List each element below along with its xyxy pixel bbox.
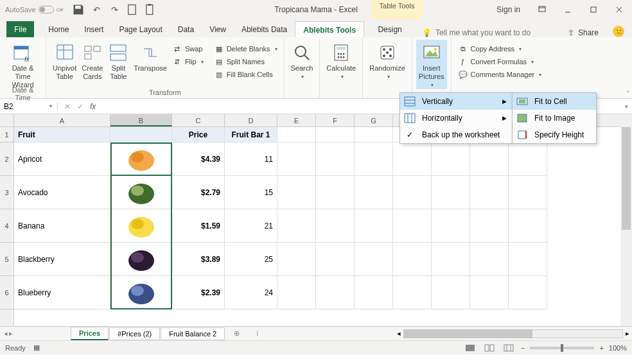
- cell[interactable]: [470, 276, 509, 309]
- cell[interactable]: Banana: [14, 209, 110, 243]
- menu-item-horizontally[interactable]: Horizontally▶: [400, 110, 512, 126]
- horizontal-scrollbar[interactable]: ◂ ▸: [394, 329, 632, 339]
- scroll-left-icon[interactable]: ◂: [394, 329, 403, 338]
- copy-address-button[interactable]: ⧉Copy Address: [455, 42, 550, 55]
- zoom-slider[interactable]: [530, 347, 594, 349]
- cell[interactable]: $3.89: [172, 243, 225, 276]
- menu-item-vertically[interactable]: Vertically▶: [400, 93, 512, 110]
- cell[interactable]: $4.39: [172, 143, 225, 176]
- cell[interactable]: [277, 243, 316, 276]
- cell[interactable]: [470, 143, 509, 176]
- cell[interactable]: [509, 243, 547, 276]
- row-header[interactable]: 2: [0, 143, 13, 176]
- cell[interactable]: Avocado: [14, 176, 110, 209]
- spreadsheet-grid[interactable]: ABCDEFGHIJK 123456 FruitPriceFruit Bar 1…: [0, 114, 632, 326]
- cell[interactable]: [509, 176, 547, 209]
- cell[interactable]: 21: [225, 209, 277, 243]
- tell-me-search[interactable]: 💡 Tell me what you want to do: [416, 28, 537, 37]
- cell[interactable]: [277, 143, 316, 176]
- menu-item-fit-cell[interactable]: Fit to Cell: [513, 93, 596, 110]
- cell[interactable]: [355, 243, 393, 276]
- cell[interactable]: 11: [225, 143, 277, 176]
- cell[interactable]: [470, 209, 509, 243]
- cell[interactable]: [509, 209, 547, 243]
- column-header[interactable]: C: [172, 114, 225, 126]
- row-header[interactable]: 1: [0, 127, 13, 143]
- paste-icon[interactable]: [144, 3, 157, 16]
- flip-button[interactable]: ⇵Flip: [170, 55, 206, 68]
- normal-view-icon[interactable]: [463, 342, 477, 354]
- next-sheet-icon[interactable]: ▸: [9, 329, 13, 338]
- create-cards-button[interactable]: Create Cards: [79, 40, 105, 86]
- cell[interactable]: [432, 143, 470, 176]
- insert-function-icon[interactable]: fx: [90, 102, 96, 111]
- cell[interactable]: $2.39: [172, 276, 225, 309]
- column-header[interactable]: D: [225, 114, 277, 126]
- add-sheet-button[interactable]: ⊕: [229, 328, 243, 340]
- vertical-scrollbar[interactable]: [620, 114, 632, 326]
- cell[interactable]: [432, 243, 470, 276]
- cell[interactable]: 25: [225, 243, 277, 276]
- row-header[interactable]: 4: [0, 209, 13, 243]
- cell[interactable]: [277, 127, 316, 143]
- cell[interactable]: [277, 276, 316, 309]
- split-table-button[interactable]: Split Table: [105, 40, 131, 86]
- cell[interactable]: [432, 176, 470, 209]
- randomize-button[interactable]: Randomize: [367, 40, 408, 86]
- cell[interactable]: Fruit: [14, 127, 110, 143]
- page-layout-view-icon[interactable]: [482, 342, 496, 354]
- share-button[interactable]: ⇪ Share: [561, 28, 605, 37]
- convert-formulas-button[interactable]: ƒConvert Formulas: [455, 55, 550, 68]
- cell[interactable]: [316, 243, 355, 276]
- cell[interactable]: [355, 143, 393, 176]
- tab-view[interactable]: View: [202, 21, 234, 37]
- cell[interactable]: [355, 176, 393, 209]
- split-names-button[interactable]: ▤Split Names: [211, 55, 280, 68]
- cell[interactable]: Blueberry: [14, 276, 110, 309]
- search-button[interactable]: Search: [288, 40, 316, 86]
- row-header[interactable]: 5: [0, 243, 13, 276]
- sheet-tab-prices2[interactable]: #Prices (2): [109, 327, 160, 340]
- scrollbar-thumb[interactable]: [622, 127, 631, 230]
- delete-blanks-button[interactable]: ▦Delete Blanks: [211, 42, 280, 55]
- save-icon[interactable]: [72, 3, 85, 16]
- first-sheet-icon[interactable]: ◂: [4, 329, 8, 338]
- cell[interactable]: [393, 209, 432, 243]
- date-time-wizard-button[interactable]: fx Date & Time Wizard: [4, 40, 42, 86]
- cell[interactable]: [316, 209, 355, 243]
- cancel-formula-icon[interactable]: ✕: [64, 102, 71, 111]
- new-file-icon[interactable]: [126, 3, 139, 16]
- select-all-corner[interactable]: [0, 114, 14, 126]
- ribbon-collapse-icon[interactable]: ˄: [626, 90, 629, 97]
- fill-blank-button[interactable]: ▥Fill Blank Cells: [211, 68, 280, 81]
- cell[interactable]: Apricot: [14, 143, 110, 176]
- insert-pictures-button[interactable]: Insert Pictures: [416, 40, 447, 89]
- fruit-image-cell[interactable]: [110, 209, 172, 243]
- row-header[interactable]: 3: [0, 176, 13, 209]
- cell[interactable]: [277, 209, 316, 243]
- tab-split-handle[interactable]: ⁞: [256, 329, 259, 338]
- cell[interactable]: [432, 209, 470, 243]
- cell[interactable]: [470, 243, 509, 276]
- sign-in-link[interactable]: Sign in: [487, 5, 529, 14]
- feedback-smiley-icon[interactable]: 🙂: [613, 26, 624, 37]
- cell[interactable]: [316, 176, 355, 209]
- menu-item-backup[interactable]: ✓Back up the worksheet: [400, 126, 512, 143]
- enter-formula-icon[interactable]: ✓: [77, 102, 83, 111]
- comments-manager-button[interactable]: 💬Comments Manager: [455, 68, 550, 81]
- scroll-right-icon[interactable]: ▸: [623, 329, 632, 338]
- calculate-button[interactable]: Calculate: [324, 40, 358, 86]
- zoom-out-button[interactable]: −: [521, 344, 525, 352]
- tab-design[interactable]: Design: [364, 21, 416, 37]
- cell[interactable]: Price: [172, 127, 225, 143]
- column-header[interactable]: B: [110, 114, 172, 126]
- column-header[interactable]: A: [14, 114, 110, 126]
- redo-icon[interactable]: ↷: [108, 3, 121, 16]
- maximize-icon[interactable]: [581, 0, 606, 19]
- cell[interactable]: [393, 143, 432, 176]
- ribbon-display-icon[interactable]: [529, 0, 555, 19]
- autosave-toggle[interactable]: AutoSave Off: [0, 6, 68, 13]
- menu-item-specify-height[interactable]: Specify Height: [513, 126, 596, 143]
- macro-record-icon[interactable]: ▦: [33, 343, 40, 352]
- cell[interactable]: [470, 176, 509, 209]
